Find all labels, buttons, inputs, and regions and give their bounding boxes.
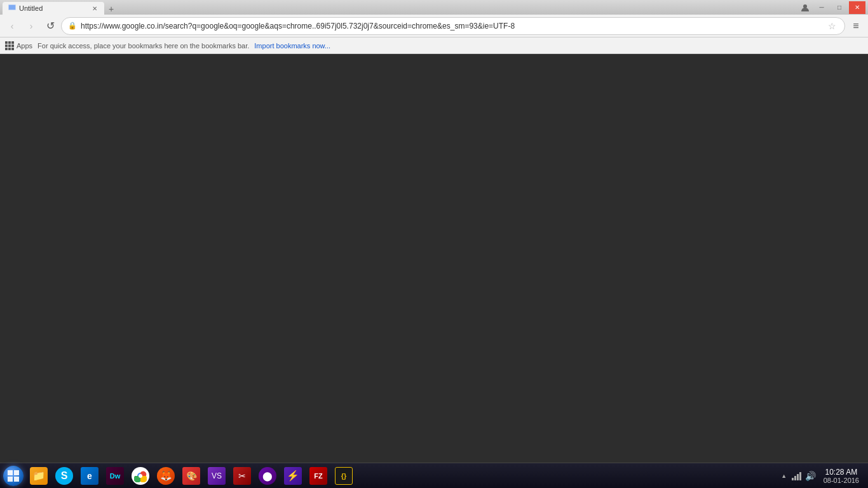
back-button[interactable]: ‹ [4,18,20,34]
taskbar-icon-explorer[interactable]: 📁 [27,464,51,488]
tray-volume-icon[interactable]: 🔊 [804,464,817,488]
main-content [0,54,868,463]
tab-title: Untitled [19,4,88,12]
address-bar-wrapper: 🔒 ☆ [61,17,845,35]
start-orb [3,466,24,486]
apps-label: Apps [17,42,32,50]
taskbar-icon-clip[interactable]: ✂ [230,464,254,488]
profile-button[interactable] [798,2,812,13]
reload-button[interactable]: ↺ [42,18,58,34]
taskbar-icon-dw[interactable]: Dw [103,464,127,488]
navigation-bar: ‹ › ↺ 🔒 ☆ ≡ [0,15,868,37]
active-tab[interactable]: Untitled ✕ [3,2,104,15]
taskbar-icon-chrome[interactable] [128,464,153,488]
quick-access-text: For quick access, place your bookmarks h… [37,42,249,50]
taskbar-icon-purple[interactable]: ⬤ [255,464,280,488]
import-bookmarks-link[interactable]: Import bookmarks now... [254,42,330,50]
window-controls: ─ □ ✕ [798,1,865,14]
taskbar-icon-lightning[interactable]: ⚡ [281,464,305,488]
clock-area[interactable]: 10:28 AM 08-01-2016 [818,464,864,488]
taskbar-icon-vs[interactable]: VS [205,464,229,488]
taskbar-icon-firefox[interactable]: 🦊 [154,464,178,488]
maximize-button[interactable]: □ [831,1,848,14]
taskbar-icon-brackets[interactable]: {} [332,464,356,488]
taskbar-icon-filezilla[interactable]: FZ [306,464,330,488]
system-tray: ▲ 🔊 10:28 AM 08-01-2016 [776,464,867,488]
apps-grid-icon [5,41,14,50]
forward-button[interactable]: › [23,18,39,34]
tray-expand-button[interactable]: ▲ [779,464,789,488]
close-button[interactable]: ✕ [849,1,865,14]
bookmark-star-button[interactable]: ☆ [825,20,838,32]
clock-date: 08-01-2016 [824,477,859,484]
title-bar: Untitled ✕ + ─ □ ✕ [0,0,868,15]
clock-time: 10:28 AM [825,468,858,477]
taskbar: 📁 S e Dw 🦊 [0,463,868,488]
tab-close-button[interactable]: ✕ [90,4,99,13]
page-icon: 🔒 [68,22,77,30]
tab-favicon [8,4,17,13]
tray-network-icon[interactable] [790,464,803,488]
taskbar-icon-paint[interactable]: 🎨 [179,464,203,488]
bookmarks-bar: Apps For quick access, place your bookma… [0,37,868,54]
svg-rect-1 [9,5,15,10]
tab-bar: Untitled ✕ + [3,0,798,15]
chrome-menu-button[interactable]: ≡ [848,18,864,34]
minimize-button[interactable]: ─ [813,1,830,14]
apps-button[interactable]: Apps [5,41,32,50]
start-button[interactable] [1,464,25,488]
address-input[interactable] [81,22,822,30]
new-tab-button[interactable]: + [104,3,118,15]
signal-bars [792,471,801,480]
taskbar-icon-ie[interactable]: e [78,464,102,488]
taskbar-icon-skype[interactable]: S [52,464,76,488]
svg-point-5 [139,474,142,478]
